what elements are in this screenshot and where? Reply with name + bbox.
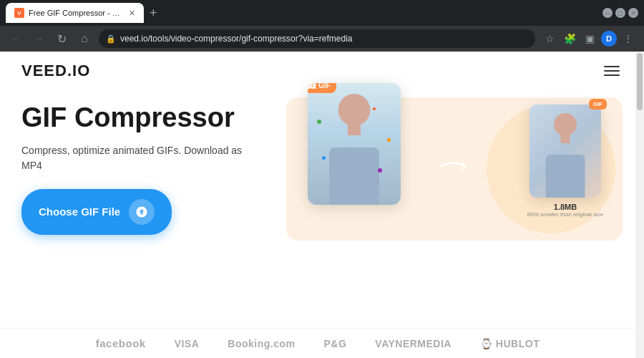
brand-facebook: facebook <box>96 337 146 349</box>
new-tab-button[interactable]: + <box>144 6 163 19</box>
profile-button[interactable]: ▣ <box>581 30 598 47</box>
home-button[interactable]: ⌂ <box>76 30 93 47</box>
url-text: veed.io/tools/video-compressor/gif-compr… <box>120 34 528 44</box>
hamburger-line-2 <box>604 70 620 72</box>
hero-visual: 🖼 GIF <box>286 97 623 241</box>
hero-subtitle: Compress, optimize animated GIFs. Downlo… <box>21 143 265 173</box>
back-button[interactable]: ← <box>7 30 24 47</box>
page-content: VEED.IO GIF Compressor Compress, optimiz… <box>0 52 644 358</box>
user-avatar[interactable]: D <box>601 31 617 47</box>
gif-after-image: GIF 1.8MB 60% smaller than original size <box>530 105 601 198</box>
scrollbar-thumb[interactable] <box>637 53 643 110</box>
brand-pg: P&G <box>324 338 347 349</box>
tab-bar: V Free GIF Compressor - Compress ✕ + <box>6 0 163 26</box>
tab-favicon: V <box>14 8 24 18</box>
hero-text: GIF Compressor Compress, optimize animat… <box>21 103 265 235</box>
active-tab[interactable]: V Free GIF Compressor - Compress ✕ <box>6 3 144 23</box>
browser-chrome: V Free GIF Compressor - Compress ✕ + — ▢… <box>0 0 644 52</box>
address-bar[interactable]: 🔒 veed.io/tools/video-compressor/gif-com… <box>99 29 535 48</box>
file-size-label: 60% smaller than original size <box>527 211 603 218</box>
browser-toolbar: ← → ↻ ⌂ 🔒 veed.io/tools/video-compressor… <box>0 26 644 52</box>
ssl-lock-icon: 🔒 <box>106 34 116 44</box>
toolbar-actions: ☆ 🧩 ▣ D ⋮ <box>541 30 637 47</box>
window-controls: — ▢ ✕ <box>602 8 638 18</box>
hamburger-menu-button[interactable] <box>601 63 623 79</box>
maximize-button[interactable]: ▢ <box>615 8 625 18</box>
person-body <box>329 147 379 205</box>
compression-arrow <box>436 156 472 183</box>
confetti-3 <box>373 107 376 110</box>
forward-button[interactable]: → <box>30 30 47 47</box>
hamburger-line-3 <box>604 74 620 76</box>
close-window-button[interactable]: ✕ <box>628 8 638 18</box>
brands-section: facebook VISA Booking.com P&G VAYNERMEDI… <box>0 328 635 358</box>
hamburger-line-1 <box>604 66 620 67</box>
confetti-1 <box>317 120 321 124</box>
gif-badge-icon: 🖼 <box>308 83 316 90</box>
file-size-value: 1.8MB <box>527 203 603 211</box>
brand-booking: Booking.com <box>228 338 295 349</box>
confetti-5 <box>387 138 391 142</box>
scrollbar[interactable] <box>635 52 644 358</box>
brand-vaynermedia: VAYNERMEDIA <box>375 338 452 349</box>
bookmark-button[interactable]: ☆ <box>541 30 558 47</box>
file-size-badge: 1.8MB 60% smaller than original size <box>527 203 603 218</box>
after-neck <box>561 135 570 143</box>
brand-visa: VISA <box>175 338 200 349</box>
tab-title: Free GIF Compressor - Compress <box>29 9 122 17</box>
tab-close-button[interactable]: ✕ <box>129 9 135 18</box>
person-head <box>338 94 371 126</box>
confetti-4 <box>378 168 382 173</box>
gif-badge-before: 🖼 GIF <box>308 83 336 93</box>
gif-badge-after: GIF <box>589 99 607 110</box>
gif-before-image: 🖼 GIF <box>308 83 401 205</box>
after-head <box>554 113 577 136</box>
upload-icon <box>129 199 155 225</box>
hero-section: GIF Compressor Compress, optimize animat… <box>0 90 644 248</box>
person-silhouette-before <box>308 83 401 205</box>
after-body <box>546 155 585 198</box>
brand-hublot: ⌚ HUBLOT <box>480 338 540 349</box>
minimize-button[interactable]: — <box>602 8 613 18</box>
cta-label: Choose GIF File <box>39 205 120 218</box>
person-silhouette-after <box>530 105 601 198</box>
menu-button[interactable]: ⋮ <box>620 30 637 47</box>
browser-titlebar: V Free GIF Compressor - Compress ✕ + — ▢… <box>0 0 644 26</box>
choose-gif-button[interactable]: Choose GIF File <box>21 189 172 235</box>
hero-title: GIF Compressor <box>21 103 265 133</box>
extensions-button[interactable]: 🧩 <box>561 30 578 47</box>
confetti-2 <box>322 156 326 160</box>
reload-button[interactable]: ↻ <box>53 30 70 47</box>
site-logo: VEED.IO <box>21 62 90 80</box>
person-neck <box>348 125 361 135</box>
